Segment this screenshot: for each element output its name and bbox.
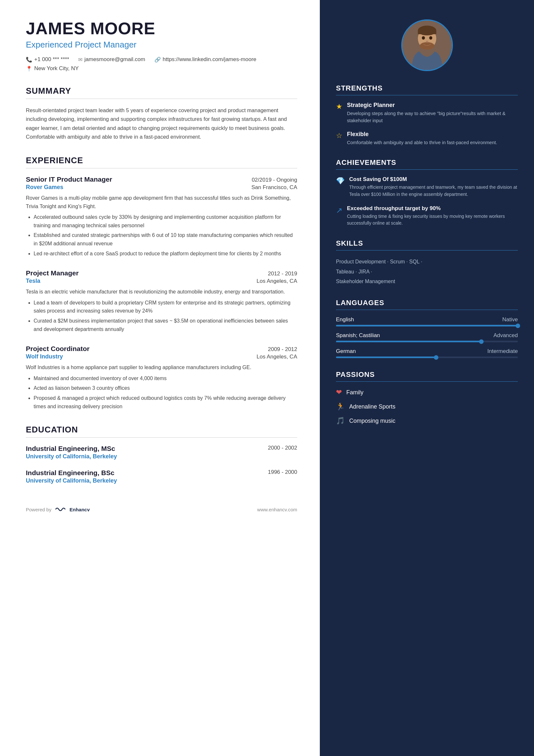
email-icon: ✉ <box>78 57 82 63</box>
job-bullets-3: Maintained and documented inventory of o… <box>26 374 297 411</box>
bullet-3-1: Acted as liaison between 3 country offic… <box>34 384 297 392</box>
brand-name: Enhancv <box>69 507 90 512</box>
passion-label-family: Family <box>346 389 364 396</box>
svg-rect-3 <box>418 30 436 34</box>
job-company-1: Rover Games <box>26 184 63 191</box>
strength-title-2: Flexible <box>347 131 497 138</box>
job-company-row-1: Rover Games San Francisco, CA <box>26 184 297 191</box>
music-icon: 🎵 <box>336 417 345 425</box>
lang-bar-dot-spanish <box>479 339 484 344</box>
job-location-3: Los Angeles, CA <box>257 354 297 360</box>
summary-section: SUMMARY Result-orientated project team l… <box>26 86 297 141</box>
svg-point-7 <box>426 41 428 43</box>
experience-section: EXPERIENCE Senior IT Product Manager 02/… <box>26 155 297 411</box>
bullet-3-0: Maintained and documented inventory of o… <box>34 374 297 383</box>
lang-row-german: German Intermediate <box>336 348 518 355</box>
job-company-3: Wolf Industry <box>26 353 63 360</box>
strength-desc-2: Comfortable with ambiguity and able to t… <box>347 139 497 146</box>
job-company-row-3: Wolf Industry Los Angeles, CA <box>26 353 297 360</box>
job-bullets-1: Accelerated outbound sales cycle by 330%… <box>26 213 297 257</box>
experience-title: EXPERIENCE <box>26 155 297 168</box>
job-location-1: San Francisco, CA <box>251 184 297 191</box>
job-bullets-2: Lead a team of developers to build a pro… <box>26 299 297 333</box>
lang-bar-fill-spanish <box>336 341 481 342</box>
bullet-1-2: Led re-architect effort of a core SaaS p… <box>34 250 297 258</box>
lang-name-german: German <box>336 348 356 355</box>
page-footer: Powered by Enhancv www.enhancv.com <box>26 493 297 513</box>
summary-text: Result-orientated project team leader wi… <box>26 106 297 141</box>
job-desc-1: Rover Games is a multi-play mobile game … <box>26 194 297 210</box>
passion-item-adrenaline: 🏃 Adrenaline Sports <box>336 402 518 411</box>
achievements-section: ACHIEVEMENTS 💎 Cost Saving Of $100M Thro… <box>336 158 518 227</box>
education-section: EDUCATION Industrial Engineering, MSc 20… <box>26 425 297 484</box>
lang-name-english: English <box>336 316 354 323</box>
strengths-title: STRENGTHS <box>336 84 518 95</box>
achievement-content-2: Exceeded throughput target by 90% Cuttin… <box>347 205 518 227</box>
job-location-2: Los Angeles, CA <box>257 278 297 284</box>
arrow-up-icon: ↗ <box>336 206 343 215</box>
job-entry-2: Project Manager 2012 - 2019 Tesla Los An… <box>26 269 297 333</box>
lang-bar-german <box>336 357 518 358</box>
lang-row-spanish: Spanish; Castilian Advanced <box>336 332 518 339</box>
skills-title: SKILLS <box>336 239 518 251</box>
job-desc-2: Tesla is an electric vehicle manufacture… <box>26 288 297 296</box>
phone-contact: 📞 +1 000 *** **** <box>26 56 69 63</box>
achievement-content-1: Cost Saving Of $100M Through efficient p… <box>349 176 518 198</box>
edu-entry-2: Industrial Engineering, BSc 1996 - 2000 … <box>26 469 297 484</box>
skills-text: Product Development · Scrum · SQL · Tabl… <box>336 257 518 286</box>
location-icon: 📍 <box>26 66 32 72</box>
footer-left: Powered by Enhancv <box>26 506 90 513</box>
skills-line-2: Tableau · JIRA · <box>336 267 518 277</box>
avatar-placeholder <box>402 21 452 70</box>
job-entry-3: Project Coordinator 2009 - 2012 Wolf Ind… <box>26 345 297 411</box>
languages-title: LANGUAGES <box>336 299 518 310</box>
phone-icon: 📞 <box>26 57 32 63</box>
avatar <box>401 19 453 71</box>
passion-label-music: Composing music <box>349 418 395 424</box>
email-address: jamesmoore@gmail.com <box>84 56 145 63</box>
edu-years-2: 1996 - 2000 <box>268 469 297 477</box>
job-header-2: Project Manager 2012 - 2019 <box>26 269 297 277</box>
bullet-3-2: Proposed & managed a project which reduc… <box>34 394 297 411</box>
job-company-2: Tesla <box>26 278 40 284</box>
left-panel: JAMES MOORE Experienced Project Manager … <box>0 0 320 756</box>
location-contact: 📍 New York City, NY <box>26 65 79 72</box>
strength-content-1: Strategic Planner Developing steps along… <box>347 102 518 124</box>
language-item-german: German Intermediate <box>336 348 518 358</box>
edu-degree-1: Industrial Engineering, MSc <box>26 445 115 452</box>
star-filled-icon: ★ <box>336 102 343 111</box>
powered-by-label: Powered by <box>26 507 51 512</box>
languages-section: LANGUAGES English Native Spanish; Castil… <box>336 299 518 358</box>
job-company-row-2: Tesla Los Angeles, CA <box>26 278 297 284</box>
job-header-1: Senior IT Product Manager 02/2019 - Ongo… <box>26 176 297 183</box>
job-role-3: Project Coordinator <box>26 345 89 353</box>
education-title: EDUCATION <box>26 425 297 438</box>
lang-bar-english <box>336 325 518 326</box>
right-panel: STRENGTHS ★ Strategic Planner Developing… <box>320 0 534 756</box>
strength-content-2: Flexible Comfortable with ambiguity and … <box>347 131 497 146</box>
lang-bar-fill-english <box>336 325 518 326</box>
edu-degree-2: Industrial Engineering, BSc <box>26 469 114 477</box>
bullet-1-0: Accelerated outbound sales cycle by 330%… <box>34 213 297 230</box>
job-dates-2: 2012 - 2019 <box>268 271 297 277</box>
linkedin-contact[interactable]: 🔗 https://www.linkedin.com/james-moore <box>154 56 257 63</box>
footer-website: www.enhancv.com <box>257 507 297 512</box>
edu-school-2: University of California, Berkeley <box>26 477 297 484</box>
avatar-container <box>336 19 518 71</box>
strength-desc-1: Developing steps along the way to achiev… <box>347 110 518 124</box>
skills-line-3: Stakeholder Management <box>336 277 518 286</box>
candidate-name: JAMES MOORE <box>26 19 297 38</box>
link-icon: 🔗 <box>154 57 161 63</box>
lang-bar-dot-english <box>516 324 520 328</box>
resume-header: JAMES MOORE Experienced Project Manager … <box>26 19 297 72</box>
lang-level-english: Native <box>502 316 518 323</box>
language-item-spanish: Spanish; Castilian Advanced <box>336 332 518 342</box>
contact-row: 📞 +1 000 *** **** ✉ jamesmoore@gmail.com… <box>26 56 297 72</box>
edu-header-1: Industrial Engineering, MSc 2000 - 2002 <box>26 445 297 452</box>
job-entry-1: Senior IT Product Manager 02/2019 - Ongo… <box>26 176 297 257</box>
lang-bar-fill-german <box>336 357 436 358</box>
job-role-1: Senior IT Product Manager <box>26 176 112 183</box>
lang-bar-spanish <box>336 341 518 342</box>
strengths-section: STRENGTHS ★ Strategic Planner Developing… <box>336 84 518 146</box>
achievements-title: ACHIEVEMENTS <box>336 158 518 170</box>
